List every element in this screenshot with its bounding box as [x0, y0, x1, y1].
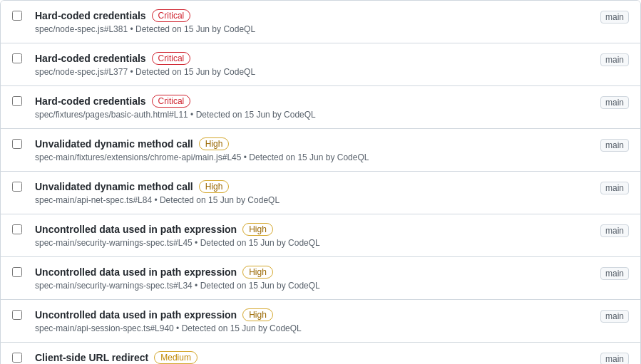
checkbox-col — [12, 267, 29, 279]
checkbox-col — [12, 96, 29, 108]
title-row: Uncontrolled data used in path expressio… — [35, 223, 586, 236]
checkbox-col — [12, 353, 29, 364]
severity-badge: Critical — [152, 52, 191, 65]
list-item: Unvalidated dynamic method callHighspec-… — [1, 129, 640, 172]
security-alerts-list: Hard-coded credentialsCriticalspec/node-… — [0, 0, 641, 364]
content-col: Unvalidated dynamic method callHighspec-… — [29, 137, 586, 162]
row-checkbox[interactable] — [12, 353, 22, 363]
branch-col: main — [586, 310, 629, 321]
alert-title[interactable]: Hard-coded credentials — [35, 95, 146, 107]
alert-meta: spec/node-spec.js#L377 • Detected on 15 … — [35, 67, 586, 77]
alert-meta: spec/node-spec.js#L381 • Detected on 15 … — [35, 24, 586, 34]
content-col: Hard-coded credentialsCriticalspec/fixtu… — [29, 95, 586, 120]
content-col: Uncontrolled data used in path expressio… — [29, 308, 586, 333]
severity-badge: High — [199, 137, 230, 150]
list-item: Uncontrolled data used in path expressio… — [1, 214, 640, 257]
alert-meta: spec-main/fixtures/extensions/chrome-api… — [35, 152, 586, 162]
checkbox-col — [12, 310, 29, 322]
content-col: Uncontrolled data used in path expressio… — [29, 223, 586, 248]
severity-badge: High — [242, 266, 273, 279]
alert-title[interactable]: Uncontrolled data used in path expressio… — [35, 224, 237, 235]
alert-title[interactable]: Unvalidated dynamic method call — [35, 181, 193, 192]
title-row: Unvalidated dynamic method callHigh — [35, 137, 586, 150]
row-checkbox[interactable] — [12, 96, 22, 106]
severity-badge: High — [199, 180, 230, 193]
branch-label: main — [600, 96, 629, 109]
severity-badge: Critical — [152, 95, 191, 108]
branch-label: main — [600, 139, 629, 152]
branch-label: main — [600, 353, 629, 364]
branch-label: main — [600, 310, 629, 323]
alert-title[interactable]: Hard-coded credentials — [35, 53, 146, 64]
list-item: Uncontrolled data used in path expressio… — [1, 300, 640, 343]
title-row: Uncontrolled data used in path expressio… — [35, 266, 586, 279]
severity-badge: High — [242, 223, 273, 236]
branch-label: main — [600, 182, 629, 194]
branch-col: main — [586, 224, 629, 236]
alert-meta: spec-main/api-session-spec.ts#L940 • Det… — [35, 323, 586, 333]
title-row: Hard-coded credentialsCritical — [35, 95, 586, 108]
title-row: Unvalidated dynamic method callHigh — [35, 180, 586, 193]
alert-meta: spec/fixtures/pages/basic-auth.html#L11 … — [35, 110, 586, 120]
list-item: Hard-coded credentialsCriticalspec/node-… — [1, 43, 640, 86]
row-checkbox[interactable] — [12, 182, 22, 192]
title-row: Uncontrolled data used in path expressio… — [35, 308, 586, 321]
alert-title[interactable]: Uncontrolled data used in path expressio… — [35, 266, 237, 278]
row-checkbox[interactable] — [12, 310, 22, 320]
checkbox-col — [12, 53, 29, 66]
row-checkbox[interactable] — [12, 224, 22, 234]
title-row: Hard-coded credentialsCritical — [35, 9, 586, 22]
branch-col: main — [586, 139, 629, 150]
list-item: Unvalidated dynamic method callHighspec-… — [1, 172, 640, 214]
checkbox-col — [12, 224, 29, 236]
alert-meta: spec-main/api-net-spec.ts#L84 • Detected… — [35, 195, 586, 205]
branch-col: main — [586, 182, 629, 193]
alert-title[interactable]: Client-side URL redirect — [35, 352, 148, 363]
alert-meta: spec-main/security-warnings-spec.ts#L45 … — [35, 238, 586, 248]
branch-label: main — [600, 53, 629, 66]
content-col: Uncontrolled data used in path expressio… — [29, 266, 586, 291]
branch-label: main — [600, 224, 629, 237]
alert-title[interactable]: Uncontrolled data used in path expressio… — [35, 309, 237, 321]
content-col: Client-side URL redirectMediumspec/fixtu… — [29, 351, 586, 364]
row-checkbox[interactable] — [12, 139, 22, 149]
list-item: Uncontrolled data used in path expressio… — [1, 257, 640, 300]
severity-badge: High — [242, 308, 273, 321]
list-item: Hard-coded credentialsCriticalspec/node-… — [1, 1, 640, 43]
branch-col: main — [586, 267, 629, 279]
checkbox-col — [12, 11, 29, 23]
severity-badge: Medium — [154, 351, 198, 364]
row-checkbox[interactable] — [12, 267, 22, 277]
list-item: Client-side URL redirectMediumspec/fixtu… — [1, 343, 640, 364]
branch-col: main — [586, 96, 629, 108]
branch-label: main — [600, 267, 629, 280]
checkbox-col — [12, 182, 29, 194]
content-col: Hard-coded credentialsCriticalspec/node-… — [29, 9, 586, 34]
severity-badge: Critical — [152, 9, 191, 22]
row-checkbox[interactable] — [12, 53, 22, 63]
alert-meta: spec-main/security-warnings-spec.ts#L34 … — [35, 281, 586, 291]
content-col: Hard-coded credentialsCriticalspec/node-… — [29, 52, 586, 77]
branch-label: main — [600, 11, 629, 24]
alert-title[interactable]: Unvalidated dynamic method call — [35, 138, 193, 150]
content-col: Unvalidated dynamic method callHighspec-… — [29, 180, 586, 205]
branch-col: main — [586, 353, 629, 364]
alert-title[interactable]: Hard-coded credentials — [35, 10, 146, 21]
checkbox-col — [12, 139, 29, 151]
title-row: Hard-coded credentialsCritical — [35, 52, 586, 65]
row-checkbox[interactable] — [12, 11, 22, 21]
branch-col: main — [586, 53, 629, 65]
list-item: Hard-coded credentialsCriticalspec/fixtu… — [1, 86, 640, 129]
branch-col: main — [586, 11, 629, 22]
title-row: Client-side URL redirectMedium — [35, 351, 586, 364]
